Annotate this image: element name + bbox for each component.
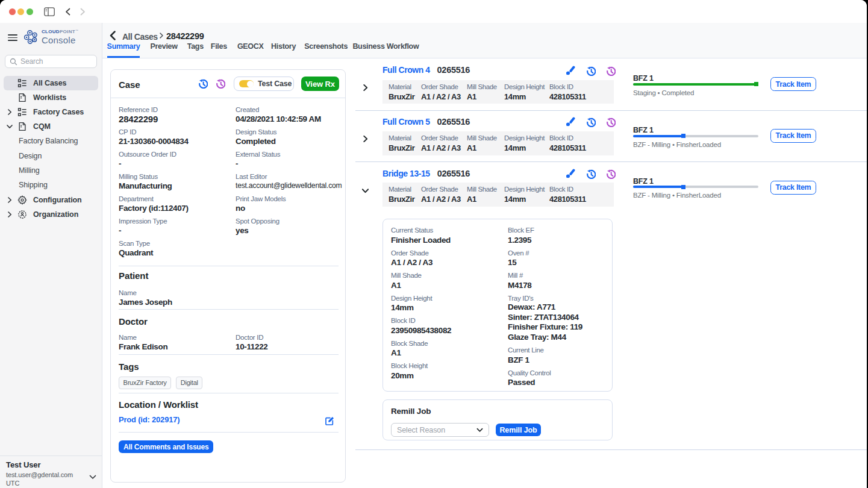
sidebar-item-organization[interactable]: Organization <box>0 207 102 222</box>
divider <box>119 309 339 310</box>
remill-reason-select[interactable]: Select Reason <box>391 423 489 437</box>
sidebar-item-all-cases[interactable]: All Cases <box>4 76 98 90</box>
table-column: Mill ShadeA1 <box>467 134 504 155</box>
history-alt-icon[interactable] <box>605 117 616 130</box>
design-brush-icon[interactable] <box>565 117 575 130</box>
tab-preview[interactable]: Preview <box>151 42 178 58</box>
breadcrumb-all-cases[interactable]: All Cases <box>122 32 158 42</box>
field-value: yes <box>236 225 279 236</box>
design-brush-icon[interactable] <box>565 169 575 181</box>
track-item-button[interactable]: Track Item <box>770 181 816 195</box>
user-account-menu[interactable]: Test User test.user@gdental.com UTC <box>0 455 102 488</box>
item-name-link[interactable]: Bridge 13-15 <box>382 169 430 178</box>
user-timezone: UTC <box>6 480 96 487</box>
history-alt-icon[interactable] <box>605 169 616 181</box>
field-label: Created <box>236 106 321 114</box>
table-column: MaterialBruxZir <box>389 134 421 155</box>
tab-business-workflow[interactable]: Business Workflow <box>352 42 419 58</box>
track-item-button[interactable]: Track Item <box>770 77 816 91</box>
search-placeholder: Search <box>20 57 43 66</box>
field-value: A1 <box>391 280 508 290</box>
field-value: 1.2395 <box>508 235 582 245</box>
column-value: A1 / A2 / A3 <box>421 92 467 102</box>
field-label: Spot Opposing <box>236 217 279 225</box>
detail-field: Block EF1.2395 <box>508 227 582 245</box>
field-label: Print Jaw Models <box>236 195 286 203</box>
close-window-button[interactable] <box>9 8 16 15</box>
sidebar-item-factory-balancing[interactable]: Factory Balancing <box>0 134 102 148</box>
tab-files[interactable]: Files <box>211 42 227 58</box>
detail-field: Quality ControlPassed <box>508 369 582 388</box>
item-track-progress: BFZ 1 Staging • Completed <box>633 75 758 97</box>
expand-chevron-icon[interactable] <box>362 83 369 93</box>
tab-summary[interactable]: Summary <box>107 42 140 58</box>
table-column: Mill ShadeA1 <box>467 83 504 104</box>
minimize-window-button[interactable] <box>17 8 24 15</box>
view-rx-button[interactable]: View Rx <box>301 77 339 91</box>
browser-forward-icon[interactable] <box>80 7 86 18</box>
column-header: Order Shade <box>421 186 467 193</box>
field-label: Mill # <box>508 272 582 280</box>
expand-chevron-icon[interactable] <box>362 134 369 145</box>
sidebar-item-configuration[interactable]: Configuration <box>0 193 102 207</box>
field-value: BZF 1 <box>508 355 582 365</box>
sidebar-item-label: CQM <box>33 122 51 131</box>
zoom-window-button[interactable] <box>27 8 33 15</box>
history-icon[interactable] <box>585 117 596 130</box>
design-brush-icon[interactable] <box>565 66 575 78</box>
column-header: Block ID <box>549 186 586 193</box>
tab-history[interactable]: History <box>271 42 296 58</box>
field-value: A1 / A2 / A3 <box>391 257 508 267</box>
sidebar-item-shipping[interactable]: Shipping <box>0 178 102 192</box>
case-field: Spot Opposingyes <box>236 217 279 236</box>
page-header: All Cases 28422299 Summary Preview Tags … <box>102 23 867 58</box>
track-line-name: BFZ 1 <box>633 75 758 83</box>
item-name-link[interactable]: Full Crown 4 <box>382 65 430 75</box>
field-label: Quality Control <box>508 369 582 378</box>
case-field: Reference ID28422299 <box>119 106 158 124</box>
all-comments-button[interactable]: All Comments and Issues <box>119 440 213 453</box>
hamburger-menu-icon[interactable] <box>8 34 17 42</box>
logo-trademark: ™ <box>75 29 78 33</box>
item-name-link[interactable]: Full Crown 5 <box>382 117 430 127</box>
history-icon[interactable] <box>585 66 596 78</box>
field-value: Factory (id:112407) <box>119 203 189 213</box>
tab-screenshots[interactable]: Screenshots <box>304 42 348 58</box>
item-attributes-table: MaterialBruxZirOrder ShadeA1 / A2 / A3Mi… <box>382 131 614 155</box>
case-field: Last Editortest.account@glidewelldental.… <box>236 173 342 191</box>
chevron-down-icon <box>476 428 483 433</box>
table-column: Design Height14mm <box>504 134 549 155</box>
history-icon[interactable] <box>585 169 596 181</box>
history-icon[interactable] <box>198 78 208 91</box>
history-alt-icon[interactable] <box>605 66 616 78</box>
test-case-toggle[interactable]: Test Case <box>234 77 294 91</box>
field-label: Block Shade <box>391 340 508 348</box>
remill-job-button[interactable]: Remill Job <box>496 424 541 436</box>
browser-back-icon[interactable] <box>64 7 71 18</box>
history-alt-icon[interactable] <box>215 78 225 91</box>
edit-location-icon[interactable] <box>325 416 334 428</box>
tab-tags[interactable]: Tags <box>187 42 204 58</box>
detail-column: Block EF1.2395Oven #15Mill #M4178Tray ID… <box>508 227 582 391</box>
sidebar-item-cqm[interactable]: CQM <box>0 119 102 134</box>
sidebar-item-design[interactable]: Design <box>0 148 102 163</box>
gear-icon <box>17 195 27 205</box>
expand-chevron-icon[interactable] <box>362 186 369 196</box>
detail-field: Mill #M4178 <box>508 272 582 290</box>
toggle-switch[interactable] <box>239 80 254 87</box>
back-arrow-icon[interactable] <box>108 31 117 40</box>
column-value: 14mm <box>504 194 549 204</box>
sidebar-item-factory-cases[interactable]: Factory Cases <box>0 105 102 119</box>
location-link[interactable]: Prod (id: 202917) <box>119 415 180 424</box>
progress-bar <box>633 83 758 86</box>
search-input[interactable]: Search <box>5 55 97 68</box>
field-label: Doctor ID <box>236 334 268 342</box>
track-status-text: BZF - Milling • FinsherLoaded <box>633 141 758 149</box>
sidebar-item-milling[interactable]: Milling <box>0 163 102 178</box>
sidebar-item-worklists[interactable]: Worklists <box>0 90 102 105</box>
sidebar-toggle-icon[interactable] <box>44 7 55 19</box>
tab-geocx[interactable]: GEOCX <box>237 42 264 58</box>
field-value: Finisher Loaded <box>391 235 508 245</box>
patient-name-field: Name James Joseph <box>119 289 172 307</box>
track-item-button[interactable]: Track Item <box>770 129 816 143</box>
